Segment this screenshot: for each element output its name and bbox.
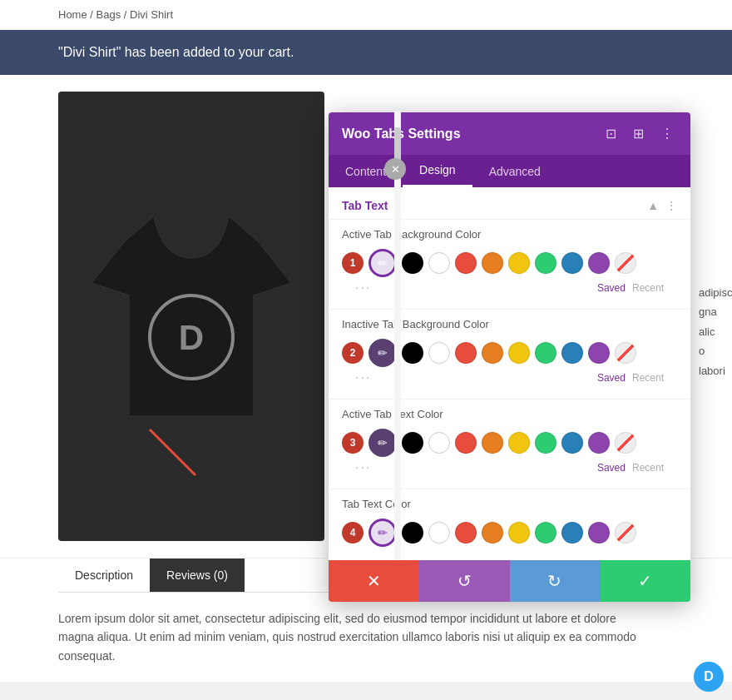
color-number-3: 3 <box>342 432 364 454</box>
recent-link-3[interactable]: Recent <box>632 462 664 474</box>
swatch-3-blue[interactable] <box>561 432 583 454</box>
breadcrumb-home[interactable]: Home <box>58 8 87 21</box>
saved-link-1[interactable]: Saved <box>597 282 626 294</box>
swatch-3-none[interactable] <box>615 432 636 454</box>
swatch-1-black[interactable] <box>402 252 423 274</box>
swatch-3-red[interactable] <box>455 432 477 454</box>
panel-more-icon[interactable]: ⋮ <box>657 124 677 143</box>
swatch-2-green[interactable] <box>535 342 556 364</box>
swatch-4-orange[interactable] <box>482 522 503 544</box>
swatch-2-yellow[interactable] <box>508 342 530 364</box>
swatch-4-black[interactable] <box>402 522 423 544</box>
swatch-4-yellow[interactable] <box>508 522 530 544</box>
color-number-4: 4 <box>342 522 364 544</box>
color-row-1: 1 ✏ <box>342 249 677 277</box>
dots-2: ··· <box>355 370 371 385</box>
breadcrumb-sep1: / <box>90 8 96 21</box>
color-row-meta-3: ··· Saved Recent <box>342 457 677 475</box>
swatch-2-purple[interactable] <box>588 342 610 364</box>
product-image: D <box>58 92 324 541</box>
swatch-1-none[interactable] <box>615 252 636 274</box>
dots-3: ··· <box>355 460 371 475</box>
panel-toolbar: ✕ ↺ ↻ ✓ <box>329 560 690 602</box>
swatch-4-green[interactable] <box>535 522 556 544</box>
swatch-1-yellow[interactable] <box>508 252 530 274</box>
color-picker-1[interactable]: ✏ <box>368 249 397 277</box>
section-collapse-btn[interactable]: ▲ <box>647 199 659 212</box>
color-picker-4[interactable]: ✏ <box>368 519 397 547</box>
panel-header-icons: ⊡ ⊞ ⋮ <box>602 124 677 143</box>
swatch-2-blue[interactable] <box>561 342 583 364</box>
swatch-2-red[interactable] <box>455 342 477 364</box>
cart-notice: "Divi Shirt" has been added to your cart… <box>0 30 732 75</box>
toolbar-undo-btn[interactable]: ↺ <box>419 560 510 602</box>
svg-line-2 <box>150 429 195 475</box>
panel-expand-icon[interactable]: ⊡ <box>602 124 620 143</box>
tab-reviews[interactable]: Reviews (0) <box>150 559 245 592</box>
tab-design-btn[interactable]: Design <box>403 155 472 187</box>
swatch-3-orange[interactable] <box>482 432 503 454</box>
color-number-2: 2 <box>342 342 364 364</box>
saved-link-2[interactable]: Saved <box>597 372 626 384</box>
breadcrumb: Home / Bags / Divi Shirt <box>0 0 732 30</box>
dots-1: ··· <box>355 280 371 295</box>
recent-link-2[interactable]: Recent <box>632 372 664 384</box>
swatch-3-white[interactable] <box>428 432 450 454</box>
swatch-1-purple[interactable] <box>588 252 610 274</box>
swatch-2-none[interactable] <box>615 342 636 364</box>
toolbar-cancel-btn[interactable]: ✕ <box>329 560 419 602</box>
color-setting-4: Tab Text Color 4 ✏ <box>329 489 690 560</box>
panel-columns-icon[interactable]: ⊞ <box>630 124 647 143</box>
swatch-4-blue[interactable] <box>561 522 583 544</box>
color-row-4: 4 ✏ <box>342 519 677 547</box>
section-more-btn[interactable]: ⋮ <box>665 199 677 212</box>
breadcrumb-bags[interactable]: Bags <box>96 8 121 21</box>
color-picker-3[interactable]: ✏ <box>368 429 397 457</box>
swatch-1-orange[interactable] <box>482 252 503 274</box>
panel-close-badge[interactable]: ✕ <box>384 158 406 180</box>
swatch-4-red[interactable] <box>455 522 477 544</box>
toolbar-redo-btn[interactable]: ↻ <box>510 560 601 602</box>
swatch-1-red[interactable] <box>455 252 477 274</box>
swatch-3-black[interactable] <box>402 432 423 454</box>
color-number-1: 1 <box>342 252 364 274</box>
color-picker-2[interactable]: ✏ <box>368 339 397 367</box>
arrow-container <box>141 421 208 491</box>
swatch-3-purple[interactable] <box>588 432 610 454</box>
meta-links-3: Saved Recent <box>597 462 664 474</box>
recent-link-1[interactable]: Recent <box>632 282 664 294</box>
divi-logo[interactable]: D <box>694 662 724 692</box>
tab-advanced-btn[interactable]: Advanced <box>472 155 557 187</box>
panel-header: Woo Tabs Settings ⊡ ⊞ ⋮ <box>329 112 690 155</box>
color-setting-3: Active Tab Text Color 3 ✏ ··· <box>329 399 690 489</box>
swatch-4-white[interactable] <box>428 522 450 544</box>
swatch-4-none[interactable] <box>615 522 636 544</box>
swatch-3-yellow[interactable] <box>508 432 530 454</box>
swatch-2-white[interactable] <box>428 342 450 364</box>
panel-tabs: Content Design Advanced <box>329 155 690 187</box>
swatch-3-green[interactable] <box>535 432 556 454</box>
tshirt-svg: D <box>83 191 299 441</box>
section-header-icons: ▲ ⋮ <box>647 199 677 212</box>
eyedropper-icon-3: ✏ <box>378 436 388 449</box>
tab-description[interactable]: Description <box>58 559 150 592</box>
svg-text:D: D <box>179 318 204 357</box>
swatch-2-black[interactable] <box>402 342 423 364</box>
color-row-meta-1: ··· Saved Recent <box>342 277 677 295</box>
swatch-1-blue[interactable] <box>561 252 583 274</box>
color-label-1: Active Tab Background Color <box>342 228 677 241</box>
swatch-1-white[interactable] <box>428 252 450 274</box>
tab-content: Lorem ipsum dolor sit amet, consectetur … <box>58 593 640 682</box>
panel-body: Tab Text ▲ ⋮ Active Tab Background Color… <box>329 187 690 560</box>
swatch-4-purple[interactable] <box>588 522 610 544</box>
breadcrumb-current: Divi Shirt <box>130 8 173 21</box>
color-label-4: Tab Text Color <box>342 498 677 510</box>
eyedropper-icon-1: ✏ <box>378 256 388 270</box>
saved-link-3[interactable]: Saved <box>597 462 626 474</box>
eyedropper-icon-2: ✏ <box>378 346 388 360</box>
toolbar-save-btn[interactable]: ✓ <box>600 560 690 602</box>
color-label-3: Active Tab Text Color <box>342 408 677 420</box>
meta-links-1: Saved Recent <box>597 282 664 294</box>
swatch-2-orange[interactable] <box>482 342 503 364</box>
swatch-1-green[interactable] <box>535 252 556 274</box>
